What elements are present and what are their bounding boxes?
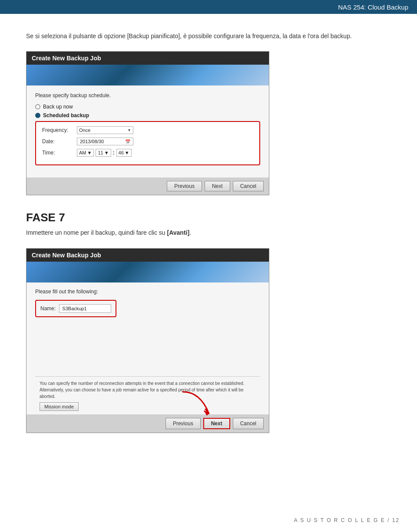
dialog1-next-button[interactable]: Next (205, 181, 230, 191)
dialog2-instruction: Please fill out the following: (35, 289, 260, 295)
scheduled-section: Frequency: Once ▼ Date: 2013/08/30 📅 (35, 121, 260, 165)
info-box: You can specify the number of reconnecti… (35, 376, 260, 414)
time-controls: AM ▼ 11 ▼ : 46 ▼ (77, 149, 132, 157)
dialog1-cancel-button[interactable]: Cancel (233, 181, 264, 191)
time-hour-value: 11 (98, 150, 103, 155)
date-value: 2013/08/30 (80, 139, 104, 144)
time-am-select[interactable]: AM ▼ (77, 149, 94, 157)
calendar-icon: 📅 (125, 139, 130, 144)
footer-text: A S U S T O R C O L L E G E / 12 (294, 517, 400, 523)
dialog2-cancel-button[interactable]: Cancel (233, 418, 264, 429)
time-am-arrow-icon: ▼ (87, 150, 92, 155)
dialog2-previous-button[interactable]: Previous (165, 418, 201, 429)
intro-text: Se si seleziona il pulsante di opzione [… (26, 31, 391, 41)
dialog1-screenshot: Create New Backup Job Please specify bac… (26, 51, 269, 195)
radio-scheduled-circle (35, 113, 40, 118)
frequency-label: Frequency: (42, 127, 77, 133)
frequency-row: Frequency: Once ▼ (42, 126, 253, 134)
dialog2-body: Please fill out the following: Name: S3B… (26, 282, 269, 414)
main-content: Se si seleziona il pulsante di opzione [… (0, 14, 417, 475)
name-section: Name: S3Backup1 (35, 300, 116, 317)
radio-backup-now: Back up now (35, 104, 260, 110)
dialog2-inner: Name: S3Backup1 You can specify the numb… (35, 300, 260, 414)
date-row: Date: 2013/08/30 📅 (42, 138, 253, 145)
radio-scheduled: Scheduled backup (35, 112, 260, 118)
time-hour-select[interactable]: 11 ▼ (96, 149, 111, 157)
dialog1-banner (26, 65, 269, 85)
date-input[interactable]: 2013/08/30 📅 (77, 138, 133, 145)
time-colon: : (113, 150, 115, 156)
frequency-arrow-icon: ▼ (127, 128, 131, 132)
dialog2-titlebar: Create New Backup Job (26, 249, 269, 262)
arrow-spacer (35, 324, 260, 350)
frequency-value: Once (79, 128, 90, 133)
name-input[interactable]: S3Backup1 (59, 304, 111, 313)
header: NAS 254: Cloud Backup (0, 0, 417, 14)
dialog1-options: Back up now Scheduled backup Frequency: … (35, 104, 260, 165)
radio-backup-now-circle (35, 104, 40, 109)
dialog2-footer: Previous Next Cancel (26, 414, 269, 433)
dialog1-previous-button[interactable]: Previous (167, 181, 202, 191)
info-text: You can specify the number of reconnecti… (40, 381, 245, 399)
dialog2-next-button[interactable]: Next (203, 418, 230, 429)
phase7-text: Immettere un nome per il backup, quindi … (26, 228, 391, 237)
dialog1-footer: Previous Next Cancel (26, 177, 269, 195)
frequency-select[interactable]: Once ▼ (77, 126, 133, 134)
time-min-select[interactable]: 46 ▼ (116, 149, 132, 157)
dialog2-screenshot: Create New Backup Job Please fill out th… (26, 248, 269, 433)
dialog1-instruction: Please specify backup schedule. (35, 92, 260, 99)
phase7-text-after: . (189, 229, 191, 236)
time-label: Time: (42, 150, 77, 156)
dialog2-banner (26, 262, 269, 282)
phase7-text-before: Immettere un nome per il backup, quindi … (26, 229, 167, 236)
mission-mode-button[interactable]: Mission mode (40, 402, 79, 411)
time-min-arrow-icon: ▼ (125, 150, 129, 155)
header-title: NAS 254: Cloud Backup (338, 3, 408, 11)
radio-scheduled-label: Scheduled backup (43, 112, 89, 118)
phase7-heading: FASE 7 (26, 211, 391, 224)
name-label: Name: (40, 305, 56, 312)
name-value: S3Backup1 (62, 306, 86, 311)
radio-backup-now-label: Back up now (43, 104, 73, 110)
dialog1-body: Please specify backup schedule. Back up … (26, 85, 269, 177)
page-footer: A S U S T O R C O L L E G E / 12 (294, 517, 400, 523)
dialog1-titlebar: Create New Backup Job (26, 52, 269, 65)
time-row: Time: AM ▼ 11 ▼ : (42, 149, 253, 157)
time-hour-arrow-icon: ▼ (104, 150, 109, 155)
time-am-value: AM (79, 150, 86, 155)
date-label: Date: (42, 138, 77, 144)
time-min-value: 46 (119, 150, 124, 155)
phase7-text-bold: [Avanti] (167, 229, 190, 236)
